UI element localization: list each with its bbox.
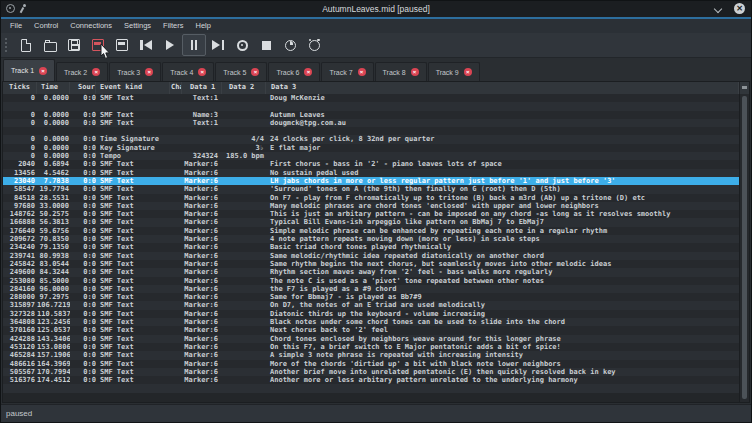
skip-backward-button[interactable] (134, 34, 158, 56)
column-header-data-3[interactable]: Data 3 (266, 82, 739, 94)
table-row[interactable]: 20967270.83500:0SMF TextMarker:64 note p… (3, 235, 739, 243)
tab-close-icon[interactable]: × (304, 68, 312, 76)
tab-close-icon[interactable]: × (251, 68, 259, 76)
scrollbar-thumb[interactable] (742, 96, 747, 399)
menu-item-connections[interactable]: Connections (64, 19, 118, 33)
cell-data3: Basic triad chord tones played rhythmica… (266, 243, 739, 251)
menu-item-file[interactable]: File (4, 19, 28, 33)
record-button[interactable] (230, 34, 254, 56)
tab-track-9[interactable]: Track 9× (428, 62, 480, 81)
table-row[interactable]: 465284157.19060:0SMF TextMarker:6A simpl… (3, 351, 739, 359)
skip-backward-icon (140, 40, 152, 50)
table-row[interactable]: 327328110.58370:0SMF TextMarker:6Diatoni… (3, 310, 739, 318)
menu-item-filters[interactable]: Filters (157, 19, 189, 33)
table-row[interactable] (3, 384, 739, 392)
table-row[interactable] (3, 127, 739, 135)
table-row[interactable]: 00.00000:0SMF TextText:1Doug McKenzie (3, 94, 739, 102)
table-row[interactable]: 5854719.77940:0SMF TextMarker:6'Surround… (3, 185, 739, 193)
pause-button[interactable] (182, 34, 206, 56)
table-row[interactable]: 364808123.24560:0SMF TextMarker:6Black n… (3, 318, 739, 326)
table-row[interactable] (3, 102, 739, 110)
cell-source: 0:0 (70, 185, 96, 193)
table-row[interactable]: 00.00000:0Time Signature4/424 clocks per… (3, 135, 739, 143)
skip-forward-button[interactable] (206, 34, 230, 56)
table-row[interactable]: 9768033.00000:0SMF TextMarker:6Many melo… (3, 202, 739, 210)
table-row[interactable]: 505567170.79940:0SMF TextMarker:6Another… (3, 368, 739, 376)
table-row[interactable]: 424288143.34060:0SMF TextMarker:6Chord t… (3, 335, 739, 343)
table-row[interactable]: 23974180.99380:0SMF TextMarker:6Same mel… (3, 252, 739, 260)
tab-close-icon[interactable]: × (198, 68, 206, 76)
window-title: AutumnLeaves.mid [paused] (1, 1, 751, 17)
table-row-selected[interactable]: 230407.78380:0SMF TextMarker:6LH jabs ch… (3, 177, 739, 185)
column-header-time[interactable]: Time (37, 82, 70, 94)
menu-item-control[interactable]: Control (28, 19, 64, 33)
column-header-data-2[interactable]: Data 2 (222, 82, 266, 94)
cell-source: 0:0 (70, 343, 96, 351)
table-row[interactable]: 134564.54620:0SMF TextMarker:6No sustain… (3, 169, 739, 177)
table-row[interactable]: 14876250.25750:0SMF TextMarker:6This is … (3, 210, 739, 218)
vertical-scrollbar[interactable] (739, 94, 749, 402)
table-row[interactable]: 25308085.50000:0SMF TextMarker:6The note… (3, 277, 739, 285)
tab-track-4[interactable]: Track 4× (162, 62, 214, 81)
tab-close-icon[interactable]: × (92, 68, 100, 76)
column-header-data-1[interactable]: Data 1 (182, 82, 222, 94)
column-header-event-kind[interactable]: Event kind (96, 82, 170, 94)
cell-data2 (222, 335, 266, 343)
table-row[interactable]: 17664059.67560:0SMF TextMarker:6Simple m… (3, 227, 739, 235)
toolbar (1, 33, 751, 58)
tab-track-3[interactable]: Track 3× (109, 62, 161, 81)
clear-icon (92, 39, 104, 51)
tab-close-icon[interactable]: × (358, 68, 366, 76)
table-row[interactable]: 00.00000:0SMF TextText:1dougmck@tpg.com.… (3, 119, 739, 127)
close-icon[interactable]: ✕ (734, 3, 745, 14)
header-corner-button[interactable] (739, 82, 749, 94)
play-button[interactable] (158, 34, 182, 56)
tab-track-8[interactable]: Track 8× (375, 62, 427, 81)
table-row[interactable]: 24584283.05440:0SMF TextMarker:6Same rhy… (3, 260, 739, 268)
tab-close-icon[interactable]: × (464, 68, 472, 76)
cell-chan (170, 326, 182, 334)
table-row[interactable]: 8451828.55310:0SMF TextMarker:6On F7 - p… (3, 194, 739, 202)
cell-ticks: 327328 (3, 310, 37, 318)
save-button[interactable] (62, 34, 86, 56)
cell-kind: SMF Text (96, 351, 170, 359)
tab-track-2[interactable]: Track 2× (56, 62, 108, 81)
clear-button[interactable] (86, 34, 110, 56)
tab-close-icon[interactable]: × (411, 68, 419, 76)
table-row[interactable]: 370160125.05370:0SMF TextMarker:6Next ch… (3, 326, 739, 334)
column-header-source[interactable]: Source (70, 82, 96, 94)
tab-track-1[interactable]: Track 1× (3, 59, 55, 81)
table-row[interactable]: 24960084.32440:0SMF TextMarker:6Rhythm s… (3, 268, 739, 276)
table-row[interactable]: 20400.68940:0SMF TextMarker:6First choru… (3, 160, 739, 168)
tab-track-7[interactable]: Track 7× (321, 62, 373, 81)
metronome-button[interactable] (302, 34, 326, 56)
cell-source: 0:0 (70, 335, 96, 343)
toolbar-grip[interactable] (5, 38, 10, 52)
column-header-chan[interactable]: Chan (170, 82, 182, 94)
timer-button[interactable] (278, 34, 302, 56)
tab-close-icon[interactable]: × (145, 68, 153, 76)
tab-track-5[interactable]: Track 5× (215, 62, 267, 81)
tab-close-icon[interactable]: × (39, 67, 47, 75)
monitor-button[interactable] (110, 34, 134, 56)
stop-button[interactable] (254, 34, 278, 56)
open-button[interactable] (38, 34, 62, 56)
table-body: 00.00000:0SMF TextText:1Doug McKenzie00.… (3, 94, 739, 402)
table-row[interactable]: 453120153.08060:0SMF TextMarker:6On this… (3, 343, 739, 351)
table-row[interactable]: 16688856.38130:0SMF TextMarker:6Typical … (3, 218, 739, 226)
table-row[interactable]: 00.00000:0Key Signature3♭E flat major (3, 144, 739, 152)
table-row[interactable]: 315897106.72190:0SMF TextMarker:6On D7, … (3, 301, 739, 309)
table-row[interactable]: 00.00000:0Tempo324324185.0 bpm (3, 152, 739, 160)
table-row[interactable]: 516376174.45120:0SMF TextMarker:6Another… (3, 376, 739, 384)
menu-item-settings[interactable]: Settings (118, 19, 157, 33)
column-header-ticks[interactable]: Ticks (3, 82, 37, 94)
new-file-button[interactable] (14, 34, 38, 56)
table-row[interactable]: 28416096.00000:0SMF TextMarker:6the F7 i… (3, 285, 739, 293)
chevron-down-icon[interactable] (715, 6, 722, 13)
table-row[interactable]: 23424079.13500:0SMF TextMarker:6Basic tr… (3, 243, 739, 251)
table-row[interactable]: 28800097.29750:0SMF TextMarker:6Same for… (3, 293, 739, 301)
table-row[interactable]: 00.00000:0SMF TextName:3Autumn Leaves (3, 111, 739, 119)
tab-track-6[interactable]: Track 6× (268, 62, 320, 81)
table-row[interactable]: 486616164.39690:0SMF TextMarker:6More of… (3, 360, 739, 368)
menu-item-help[interactable]: Help (190, 19, 217, 33)
